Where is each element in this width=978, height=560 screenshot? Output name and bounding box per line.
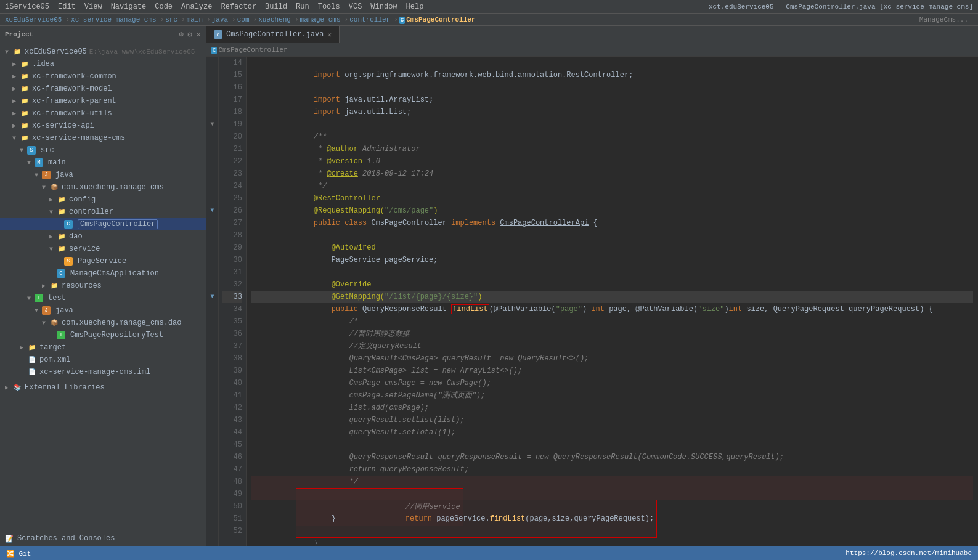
arrow-main: ▼ <box>27 160 35 166</box>
gutter-22 <box>206 155 218 168</box>
folder-icon-api: 📁 <box>20 121 30 131</box>
tree-manage-cms-app[interactable]: C ManageCmsApplication <box>0 267 206 280</box>
ln-38: 38 <box>222 352 242 365</box>
tree-src[interactable]: ▼ S src <box>0 144 206 156</box>
nav-main[interactable]: main <box>187 16 203 23</box>
tree-xc-service-manage-cms[interactable]: ▼ 📁 xc-service-manage-cms <box>0 132 206 144</box>
gutter-24 <box>206 180 218 192</box>
gutter-49 <box>206 488 218 500</box>
folder-icon-model: 📁 <box>20 84 30 94</box>
ln-29: 29 <box>222 241 242 254</box>
tree-config[interactable]: ▶ 📁 config <box>0 193 206 206</box>
menu-refactor[interactable]: Refactor <box>221 2 256 11</box>
tree-resources[interactable]: ▶ 📁 resources <box>0 280 206 292</box>
tree-page-service[interactable]: S PageService <box>0 255 206 267</box>
tree-target[interactable]: ▶ 📁 target <box>0 341 206 354</box>
tree-test[interactable]: ▼ T test <box>0 292 206 304</box>
close-sidebar-icon[interactable]: ✕ <box>196 30 201 39</box>
tree-package-dao[interactable]: ▼ 📦 com.xuecheng.manage_cms.dao <box>0 317 206 329</box>
label-api: xc-service-api <box>32 121 94 130</box>
menu-iservice[interactable]: iService05 <box>5 2 49 11</box>
tree-xc-framework-parent[interactable]: ▶ 📁 xc-framework-parent <box>0 95 206 107</box>
code-editor[interactable]: ▼ ▼ ▼ <box>206 57 978 546</box>
tree-java[interactable]: ▼ J java <box>0 169 206 181</box>
settings-icon[interactable]: ⚙ <box>187 30 192 39</box>
tree-ext-libs[interactable]: ▶ 📚 External Libraries <box>0 381 206 393</box>
nav-xc-service-manage-cms[interactable]: xc-service-manage-cms <box>71 16 157 23</box>
tree-cms-repo-test[interactable]: T CmsPageRepositoryTest <box>0 329 206 341</box>
scratches-item[interactable]: 📝 Scratches and Consoles <box>0 530 206 546</box>
tree-root[interactable]: ▼ 📁 xcEduService05 E:\java_www\xcEduServ… <box>0 46 206 58</box>
arrow-parent: ▶ <box>12 97 20 105</box>
ln-27: 27 <box>222 217 242 229</box>
code-line-35: //暂时用静态数据 <box>251 315 973 328</box>
arrow-idea: ▶ <box>12 60 20 68</box>
tree-pom[interactable]: 📄 pom.xml <box>0 354 206 366</box>
menu-tools[interactable]: Tools <box>318 2 340 11</box>
code-line-19: /** <box>251 118 973 131</box>
folder-icon-resources: 📁 <box>49 281 59 291</box>
gutter-27 <box>206 217 218 229</box>
nav-xuecheng[interactable]: xuecheng <box>258 16 291 23</box>
ln-23: 23 <box>222 168 242 180</box>
gutter-44 <box>206 426 218 439</box>
arrow-package-dao: ▼ <box>42 320 49 327</box>
tree-dao[interactable]: ▶ 📁 dao <box>0 230 206 243</box>
title-text: xct.eduService05 - CmsPageController.jav… <box>709 3 973 10</box>
label-src: src <box>41 146 54 155</box>
tab-cms-page-controller[interactable]: C CmsPageController.java ✕ <box>206 26 340 43</box>
nav-src[interactable]: src <box>165 16 177 23</box>
nav-xcEduService05[interactable]: xcEduService05 <box>5 16 62 23</box>
menu-build[interactable]: Build <box>265 2 287 11</box>
sync-icon[interactable]: ⊕ <box>179 30 184 39</box>
tree-service[interactable]: ▼ 📁 service <box>0 243 206 255</box>
tree-package-com[interactable]: ▼ 📦 com.xuecheng.manage_cms <box>0 181 206 193</box>
menu-window[interactable]: Window <box>370 2 397 11</box>
gutter-41 <box>206 389 218 402</box>
folder-icon-root: 📁 <box>12 47 22 57</box>
menu-run[interactable]: Run <box>296 2 309 11</box>
menu-edit[interactable]: Edit <box>58 2 76 11</box>
label-root: xcEduService05 <box>25 47 87 56</box>
menu-view[interactable]: View <box>84 2 102 11</box>
ln-16: 16 <box>222 81 242 94</box>
tree-xc-framework-utils[interactable]: ▶ 📁 xc-framework-utils <box>0 107 206 120</box>
menu-vcs[interactable]: VCS <box>349 2 362 11</box>
label-config: config <box>69 195 96 204</box>
folder-icon-service: 📁 <box>57 244 67 254</box>
arrow-common: ▶ <box>12 73 20 80</box>
tree-idea[interactable]: ▶ 📁 .idea <box>0 58 206 70</box>
tree-xc-framework-model[interactable]: ▶ 📁 xc-framework-model <box>0 83 206 95</box>
tree-main[interactable]: ▼ M main <box>0 156 206 169</box>
nav-java[interactable]: java <box>212 16 228 23</box>
nav-manage-cms[interactable]: manage_cms <box>300 16 341 23</box>
ln-20: 20 <box>222 131 242 143</box>
menu-navigate[interactable]: Navigate <box>111 2 147 11</box>
tree-xc-framework-common[interactable]: ▶ 📁 xc-framework-common <box>0 70 206 83</box>
bc-cms-controller[interactable]: CCmsPageController <box>211 46 288 54</box>
menu-analyze[interactable]: Analyze <box>181 2 212 11</box>
gutter-32 <box>206 278 218 291</box>
nav-class[interactable]: CCmsPageController <box>399 16 476 23</box>
tree-controller[interactable]: ▼ 📁 controller <box>0 206 206 218</box>
label-java: java <box>55 171 73 179</box>
folder-icon-common: 📁 <box>20 71 30 81</box>
ln-35: 35 <box>222 315 242 328</box>
code-line-45: QueryResponseResult queryResponseResult … <box>251 439 973 451</box>
tree-xc-service-api[interactable]: ▶ 📁 xc-service-api <box>0 120 206 132</box>
tree-test-java[interactable]: ▼ J java <box>0 304 206 317</box>
tree-cms-page-controller[interactable]: C CmsPageController <box>0 218 206 230</box>
label-controller: controller <box>69 208 113 216</box>
nav-com[interactable]: com <box>237 16 250 23</box>
iml-icon: 📄 <box>27 367 37 377</box>
menu-code[interactable]: Code <box>155 2 173 11</box>
gutter-17 <box>206 94 218 106</box>
menu-help[interactable]: Help <box>406 2 424 11</box>
tab-close-button[interactable]: ✕ <box>327 31 332 39</box>
gutter-43 <box>206 414 218 426</box>
arrow-controller: ▼ <box>49 209 57 216</box>
arrow-model: ▶ <box>12 85 20 92</box>
gutter-33[interactable]: ▼ <box>206 291 218 303</box>
nav-controller[interactable]: controller <box>349 16 390 23</box>
tree-iml[interactable]: 📄 xc-service-manage-cms.iml <box>0 366 206 378</box>
